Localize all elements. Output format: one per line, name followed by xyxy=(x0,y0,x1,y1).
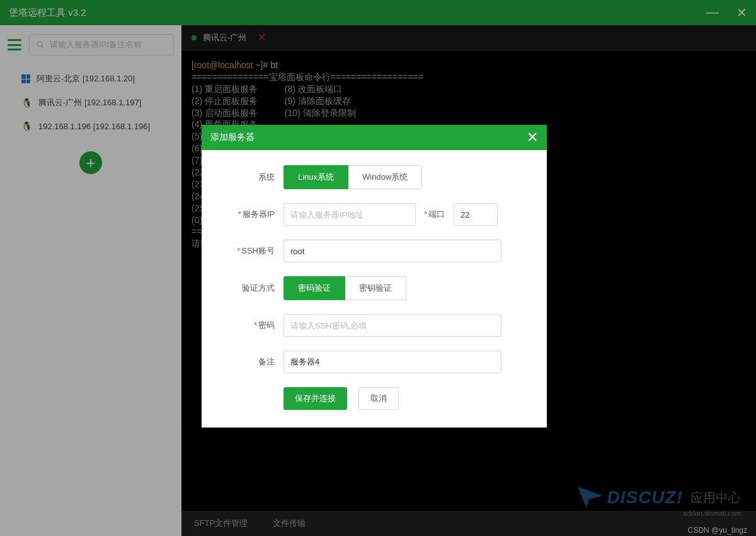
cancel-button[interactable]: 取消 xyxy=(358,387,399,410)
row-server-ip: *服务器IP *端口 xyxy=(227,203,522,226)
menu-icon[interactable] xyxy=(8,39,21,50)
server-item[interactable]: 阿里云-北京 [192.168.1.20] xyxy=(18,67,174,91)
modal-title: 添加服务器 xyxy=(210,132,255,143)
row-auth-method: 验证方式 密码验证 密钥验证 xyxy=(227,276,522,300)
label-ssh-account: *SSH账号 xyxy=(227,245,284,257)
app-title: 堡塔远程工具 v3.2 xyxy=(9,7,86,19)
window-controls: — ✕ xyxy=(706,5,747,20)
file-transfer-link[interactable]: 文件传输 xyxy=(273,518,306,529)
search-placeholder: 请输入服务器IP/备注名称 xyxy=(50,39,142,50)
bottom-bar: SFTP文件管理 文件传输 xyxy=(181,511,756,536)
server-list: 阿里云-北京 [192.168.1.20] 🐧 腾讯云-广州 [192.168.… xyxy=(0,55,181,137)
minimize-button[interactable]: — xyxy=(706,5,719,20)
row-ssh-account: *SSH账号 xyxy=(227,240,522,262)
system-segment: Linux系统 Window系统 xyxy=(284,165,422,189)
label-server-ip: *服务器IP xyxy=(227,209,284,220)
ssh-account-input[interactable] xyxy=(284,240,501,262)
remark-input[interactable] xyxy=(284,351,501,373)
segment-key-auth[interactable]: 密钥验证 xyxy=(345,276,406,300)
sidebar: 请输入服务器IP/备注名称 阿里云-北京 [192.168.1.20] 🐧 腾讯… xyxy=(0,25,181,511)
discuz-suffix: 应用中心 xyxy=(690,489,741,506)
server-label: 腾讯云-广州 [192.168.1.197] xyxy=(38,97,141,108)
sidebar-top: 请输入服务器IP/备注名称 xyxy=(0,34,181,55)
windows-icon xyxy=(21,74,30,83)
label-remark: 备注 xyxy=(227,356,284,368)
sftp-manage-link[interactable]: SFTP文件管理 xyxy=(194,518,248,529)
titlebar: 堡塔远程工具 v3.2 — ✕ xyxy=(0,0,756,25)
server-item[interactable]: 🐧 腾讯云-广州 [192.168.1.197] xyxy=(18,91,174,115)
row-system: 系统 Linux系统 Window系统 xyxy=(227,165,522,189)
search-icon xyxy=(36,40,45,49)
discuz-arrow-icon xyxy=(578,487,603,508)
label-password: *密码 xyxy=(227,320,284,331)
add-server-button[interactable]: + xyxy=(79,151,102,174)
modal-actions: 保存并连接 取消 xyxy=(227,387,522,410)
label-system: 系统 xyxy=(227,172,284,183)
server-item[interactable]: 🐧 192.168.1.196 [192.168.1.196] xyxy=(18,115,174,137)
server-label: 阿里云-北京 [192.168.1.20] xyxy=(37,73,135,84)
modal-close-icon[interactable]: ✕ xyxy=(527,129,538,146)
segment-windows[interactable]: Window系统 xyxy=(348,165,422,189)
add-server-modal: 添加服务器 ✕ 系统 Linux系统 Window系统 *服务器IP *端口 *… xyxy=(202,125,547,428)
status-dot-icon xyxy=(192,35,197,40)
port-input[interactable] xyxy=(454,203,498,226)
svg-point-0 xyxy=(37,42,42,47)
server-label: 192.168.1.196 [192.168.1.196] xyxy=(38,122,150,131)
terminal-tabs: 腾讯云-广州 ✕ xyxy=(181,25,756,50)
segment-linux[interactable]: Linux系统 xyxy=(284,165,348,189)
auth-segment: 密码验证 密钥验证 xyxy=(284,276,406,300)
discuz-text: DISCUZ! xyxy=(607,487,683,508)
segment-password-auth[interactable]: 密码验证 xyxy=(284,276,345,300)
search-input[interactable]: 请输入服务器IP/备注名称 xyxy=(29,34,174,55)
csdn-watermark: CSDN @yu_tingz xyxy=(688,526,747,535)
discuz-watermark: DISCUZ! 应用中心 addon.dismall.com xyxy=(578,487,741,508)
close-button[interactable]: ✕ xyxy=(736,5,747,20)
svg-line-1 xyxy=(42,46,43,48)
server-ip-input[interactable] xyxy=(284,203,416,226)
linux-icon: 🐧 xyxy=(21,98,32,108)
linux-icon: 🐧 xyxy=(21,121,32,131)
tab-label: 腾讯云-广州 xyxy=(203,32,246,44)
save-connect-button[interactable]: 保存并连接 xyxy=(284,387,347,410)
tab-close-icon[interactable]: ✕ xyxy=(258,32,266,44)
modal-body: 系统 Linux系统 Window系统 *服务器IP *端口 *SSH账号 验证… xyxy=(202,150,547,428)
row-remark: 备注 xyxy=(227,351,522,373)
label-port: *端口 xyxy=(416,209,454,220)
modal-header: 添加服务器 ✕ xyxy=(202,125,547,150)
row-password: *密码 xyxy=(227,314,522,337)
tab-active[interactable]: 腾讯云-广州 ✕ xyxy=(181,25,276,50)
discuz-sub: addon.dismall.com xyxy=(683,510,741,517)
password-input[interactable] xyxy=(284,314,501,337)
svg-marker-2 xyxy=(578,487,603,508)
label-auth-method: 验证方式 xyxy=(227,283,284,294)
